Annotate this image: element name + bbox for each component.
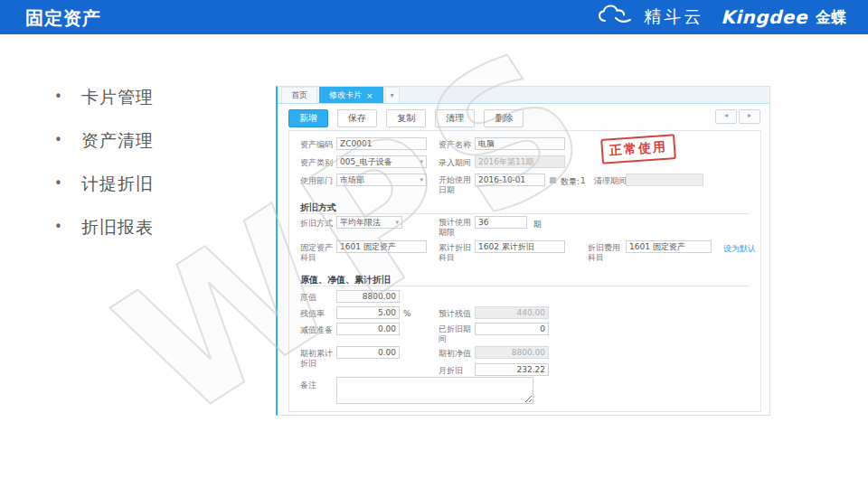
asset-category-select[interactable]: 005_电子设备 ▾ [336, 155, 427, 168]
bullet-icon: • [54, 129, 81, 151]
depreciated-periods-label: 已折旧期间 [439, 324, 476, 344]
tab-home[interactable]: 首页 [281, 87, 317, 103]
quantity-value: 1 [580, 176, 586, 185]
tab-modify-card-label: 修改卡片 [329, 89, 362, 101]
delete-button[interactable]: 删除 [484, 109, 524, 127]
begin-accum-label: 期初累计折旧 [300, 349, 338, 369]
chevron-down-icon: ▾ [395, 219, 399, 226]
expected-residual-input [475, 306, 549, 319]
expected-period-unit: 期 [533, 219, 542, 230]
slide-header: 固定资产 精斗云 Kingdee 金蝶 [0, 0, 868, 34]
asset-category-value: 005_电子设备 [340, 156, 392, 168]
calendar-icon[interactable]: ▦ [549, 175, 557, 184]
chevron-down-icon: ▾ [391, 91, 394, 99]
depreciated-periods-input[interactable] [475, 323, 549, 335]
bullet-asset-cleanup: 资产清理 [81, 129, 154, 151]
residual-rate-unit: % [403, 309, 411, 318]
begin-net-label: 期初净值 [439, 349, 476, 359]
residual-rate-label: 残值率 [300, 309, 338, 319]
depreciation-method-value: 平均年限法 [340, 217, 381, 229]
tab-list-dropdown[interactable]: ▾ [385, 87, 400, 103]
accum-depr-account-label: 累计折旧科目 [439, 243, 476, 263]
cleanup-period-input [626, 174, 703, 186]
fixed-asset-account-input[interactable] [336, 240, 427, 253]
add-button[interactable]: 新增 [288, 109, 328, 127]
list-item: • 卡片管理 [54, 86, 154, 129]
asset-code-input[interactable] [336, 137, 427, 150]
cleanup-button[interactable]: 清理 [435, 109, 475, 127]
section-depreciation-title: 折旧方式 [300, 202, 336, 214]
expected-residual-label: 预计残值 [439, 309, 476, 319]
start-date-input[interactable] [475, 174, 545, 186]
bullet-depreciation: 计提折旧 [81, 173, 154, 194]
monthly-depr-label: 月折旧 [439, 366, 476, 376]
arrow-left-icon: ◂ [724, 111, 728, 119]
section-divider [300, 213, 750, 214]
bullet-icon: • [54, 86, 81, 108]
save-button[interactable]: 保存 [337, 109, 377, 127]
remark-label: 备注 [300, 380, 338, 390]
depreciation-method-select[interactable]: 平均年限法 ▾ [336, 216, 402, 229]
asset-code-label: 资产编码 [300, 140, 338, 150]
cloud-icon [598, 4, 636, 31]
entry-period-label: 录入期间 [439, 158, 476, 168]
copy-button[interactable]: 复制 [386, 109, 426, 127]
asset-category-label: 资产类别 [300, 158, 338, 168]
department-select[interactable]: 市场部 ▾ [336, 174, 427, 186]
impairment-label: 减值准备 [300, 325, 338, 335]
expected-period-label: 预计使用期限 [439, 218, 476, 238]
depreciation-method-label: 折旧方式 [300, 219, 338, 229]
bullet-icon: • [54, 173, 81, 194]
asset-name-label: 资产名称 [439, 140, 476, 150]
brand-kingdee-cn: 金蝶 [816, 7, 846, 28]
list-item: • 折旧报表 [54, 216, 154, 259]
tab-home-label: 首页 [291, 89, 307, 101]
prev-record-button[interactable]: ◂ [715, 109, 737, 124]
depr-expense-account-input[interactable] [626, 240, 712, 253]
begin-accum-input[interactable] [336, 346, 400, 359]
status-stamp: 正常使用 [600, 134, 676, 164]
entry-period-input [475, 155, 565, 168]
original-value-label: 原值 [300, 293, 338, 303]
begin-net-input [475, 346, 549, 359]
department-value: 市场部 [340, 174, 364, 186]
tab-modify-card[interactable]: 修改卡片 × [319, 87, 383, 103]
asset-name-input[interactable] [475, 137, 565, 150]
app-window: 首页 修改卡片 × ▾ 新增 保存 复制 清理 删除 ◂ ▸ 正常使用 资产编码… [276, 86, 770, 416]
expected-period-input[interactable] [475, 216, 527, 229]
arrow-right-icon: ▸ [748, 111, 751, 119]
section-divider [300, 286, 750, 286]
brand-jingdouyun: 精斗云 [644, 5, 703, 29]
list-item: • 计提折旧 [54, 173, 154, 216]
bullet-card-management: 卡片管理 [81, 86, 154, 108]
monthly-depr-input[interactable] [475, 363, 549, 376]
feature-list: • 卡片管理 • 资产清理 • 计提折旧 • 折旧报表 [54, 86, 154, 259]
fixed-asset-account-label: 固定资产科目 [300, 243, 338, 263]
depr-expense-account-label: 折旧费用科目 [588, 243, 626, 263]
department-label: 使用部门 [300, 176, 338, 186]
bullet-icon: • [54, 216, 81, 238]
section-values-title: 原值、净值、累计折旧 [300, 274, 391, 286]
close-icon[interactable]: × [366, 91, 373, 100]
list-item: • 资产清理 [54, 129, 154, 173]
residual-rate-input[interactable] [336, 306, 400, 319]
chevron-down-icon: ▾ [420, 158, 423, 165]
remark-textarea[interactable] [336, 377, 533, 404]
start-date-label: 开始使用日期 [439, 175, 476, 195]
next-record-button[interactable]: ▸ [739, 109, 760, 124]
original-value-input[interactable] [336, 290, 400, 303]
quantity-label: 数量: [561, 176, 580, 188]
bullet-depreciation-report: 折旧报表 [81, 216, 154, 238]
toolbar: 新增 保存 复制 清理 删除 [288, 108, 528, 127]
impairment-input[interactable] [336, 323, 400, 335]
tab-bar: 首页 修改卡片 × ▾ [278, 87, 769, 104]
accum-depr-account-input[interactable] [475, 240, 565, 253]
page-title: 固定资产 [25, 6, 101, 31]
chevron-down-icon: ▾ [420, 176, 423, 183]
brand-kingdee-en: Kingdee [721, 6, 807, 28]
brand-logos: 精斗云 Kingdee 金蝶 [598, 0, 846, 34]
card-form-panel: 正常使用 资产编码 资产名称 资产类别 005_电子设备 ▾ 录入期间 使用部门… [288, 130, 761, 412]
set-default-link[interactable]: 设为默认 [723, 243, 756, 255]
